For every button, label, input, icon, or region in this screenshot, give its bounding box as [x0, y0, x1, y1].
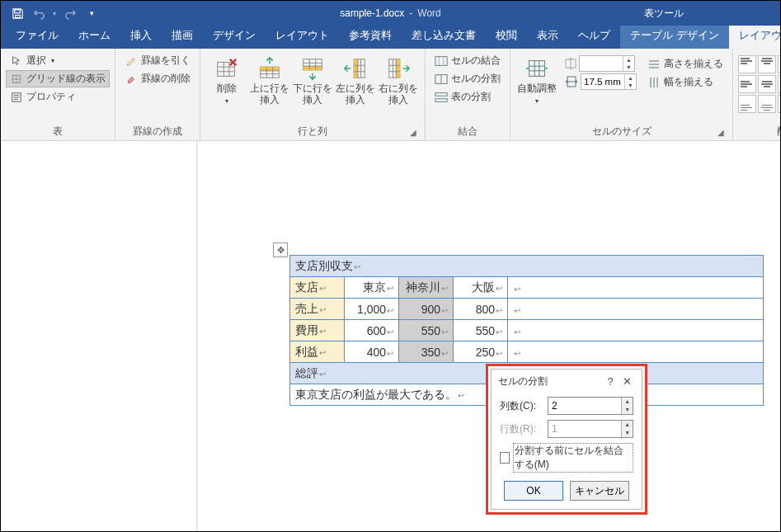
- align-mid-center[interactable]: [758, 75, 776, 93]
- dialog-launcher-icon[interactable]: ◢: [407, 128, 418, 139]
- tab-home[interactable]: ホーム: [68, 23, 120, 49]
- tab-view[interactable]: 表示: [527, 23, 568, 49]
- table-row-header[interactable]: 利益↩: [290, 341, 345, 363]
- spin-up-icon[interactable]: ▲: [623, 56, 634, 64]
- tab-layout[interactable]: レイアウト: [266, 23, 339, 49]
- spin-down-icon[interactable]: ▼: [625, 82, 636, 89]
- align-bot-right[interactable]: [778, 95, 781, 113]
- chevron-down-icon: ▾: [51, 57, 54, 64]
- spin-down-icon[interactable]: ▼: [623, 64, 634, 71]
- distribute-cols-button[interactable]: 幅を揃える: [643, 73, 727, 91]
- select-button[interactable]: 選択 ▾: [6, 52, 110, 69]
- col-width-input[interactable]: ▲▼: [581, 73, 637, 90]
- properties-button[interactable]: プロパティ: [6, 88, 110, 106]
- group-label-rows-cols: 行と列◢: [205, 124, 420, 140]
- insert-left-button[interactable]: 左に列を挿入: [334, 52, 377, 124]
- ok-button[interactable]: OK: [504, 481, 563, 501]
- tab-table-layout[interactable]: レイアウト: [729, 23, 781, 49]
- view-gridlines-button[interactable]: グリッド線の表示: [6, 70, 110, 87]
- align-mid-right[interactable]: [778, 75, 781, 93]
- spin-up-icon: ▲: [622, 421, 633, 429]
- row-height-input[interactable]: ▲▼: [579, 55, 635, 72]
- table-row-header[interactable]: 費用↩: [290, 320, 345, 341]
- table-cell[interactable]: 350↩: [399, 341, 454, 363]
- checkbox-icon[interactable]: [500, 452, 510, 464]
- tab-mailings[interactable]: 差し込み文書: [402, 23, 486, 49]
- table-row-header[interactable]: 支店↩: [290, 277, 345, 299]
- align-top-left[interactable]: [738, 55, 756, 73]
- insert-above-button[interactable]: 上に行を挿入: [248, 52, 291, 124]
- table-cell[interactable]: 1,000↩: [345, 299, 399, 320]
- table-move-handle[interactable]: ✥: [273, 242, 288, 257]
- dialog-launcher-icon[interactable]: ◢: [715, 128, 726, 139]
- table-cell[interactable]: 550↩: [454, 320, 508, 341]
- close-button[interactable]: ✕: [619, 375, 635, 388]
- table-row-header[interactable]: 売上↩: [290, 299, 345, 320]
- tab-design[interactable]: デザイン: [203, 23, 266, 49]
- table-cell[interactable]: ↩: [508, 277, 764, 299]
- insert-below-button[interactable]: 下に行を挿入: [291, 52, 334, 124]
- cancel-button[interactable]: キャンセル: [570, 481, 629, 501]
- merge-cells-icon: [435, 54, 448, 68]
- svg-rect-7: [354, 59, 358, 78]
- help-button[interactable]: ?: [602, 375, 619, 388]
- split-cells-button[interactable]: セルの分割: [430, 70, 505, 87]
- split-table-button[interactable]: 表の分割: [430, 88, 505, 106]
- tab-insert[interactable]: 挿入: [120, 23, 162, 49]
- cols-input[interactable]: ▲▼: [548, 397, 633, 415]
- document-title: sample-1.docx - Word: [340, 7, 441, 19]
- autofit-button[interactable]: 自動調整▾: [515, 52, 558, 124]
- quick-access-toolbar: ▾ ▾: [1, 3, 101, 23]
- table-cell[interactable]: 550↩: [399, 320, 454, 341]
- align-mid-left[interactable]: [738, 75, 756, 93]
- dist-rows-icon: [647, 58, 661, 71]
- spin-up-icon[interactable]: ▲: [625, 74, 636, 82]
- table-cell[interactable]: 800↩: [454, 299, 508, 320]
- pencil-icon: [125, 54, 138, 68]
- contextual-tools-label: 表ツール: [644, 7, 684, 21]
- table-cell[interactable]: 900↩: [399, 299, 454, 320]
- svg-rect-12: [435, 92, 447, 96]
- erase-border-button[interactable]: 罫線の削除: [120, 70, 195, 87]
- rows-input: ▲▼: [548, 420, 633, 438]
- save-button[interactable]: [7, 3, 27, 23]
- merge-before-checkbox[interactable]: 分割する前にセルを結合する(M): [500, 443, 633, 473]
- table-cell[interactable]: 400↩: [345, 341, 399, 363]
- col-width-icon: [565, 76, 578, 87]
- align-top-right[interactable]: [778, 55, 781, 73]
- align-top-center[interactable]: [758, 55, 776, 73]
- tab-draw[interactable]: 描画: [162, 23, 203, 49]
- table-col-header[interactable]: 東京↩: [345, 277, 399, 299]
- insert-col-right-icon: [385, 55, 412, 82]
- distribute-rows-button[interactable]: 高さを揃える: [643, 55, 727, 73]
- table-col-header[interactable]: 大阪↩: [454, 277, 508, 299]
- table-cell[interactable]: 250↩: [454, 341, 508, 363]
- table-cell[interactable]: ↩: [508, 341, 764, 363]
- align-bot-center[interactable]: [758, 95, 776, 113]
- draw-border-button[interactable]: 罫線を引く: [120, 52, 195, 69]
- spin-down-icon[interactable]: ▼: [622, 406, 633, 414]
- dialog-titlebar: セルの分割 ? ✕: [492, 370, 642, 392]
- table-cell[interactable]: ↩: [508, 320, 764, 341]
- insert-row-below-icon: [299, 55, 326, 82]
- tab-table-design[interactable]: テーブル デザイン: [620, 23, 729, 49]
- insert-right-button[interactable]: 右に列を挿入: [377, 52, 420, 124]
- merge-cells-button[interactable]: セルの結合: [430, 52, 505, 69]
- delete-button[interactable]: 削除▾: [205, 52, 248, 124]
- table-cell[interactable]: ↩: [508, 299, 764, 320]
- tab-help[interactable]: ヘルプ: [568, 23, 620, 49]
- tab-references[interactable]: 参考資料: [339, 23, 402, 49]
- table-cell[interactable]: 600↩: [345, 320, 399, 341]
- spin-up-icon[interactable]: ▲: [622, 398, 633, 406]
- tab-review[interactable]: 校閲: [486, 23, 527, 49]
- table-title-cell[interactable]: 支店別収支↩: [290, 256, 764, 277]
- table-col-header[interactable]: 神奈川↩: [399, 277, 454, 299]
- undo-button[interactable]: [29, 3, 49, 23]
- align-bot-left[interactable]: [738, 95, 756, 113]
- tab-file[interactable]: ファイル: [6, 23, 68, 49]
- dialog-title: セルの分割: [498, 374, 602, 388]
- qat-customize[interactable]: ▾: [82, 3, 101, 23]
- undo-dropdown[interactable]: ▾: [50, 3, 59, 23]
- filename: sample-1.docx: [340, 7, 404, 19]
- redo-button[interactable]: [60, 3, 80, 23]
